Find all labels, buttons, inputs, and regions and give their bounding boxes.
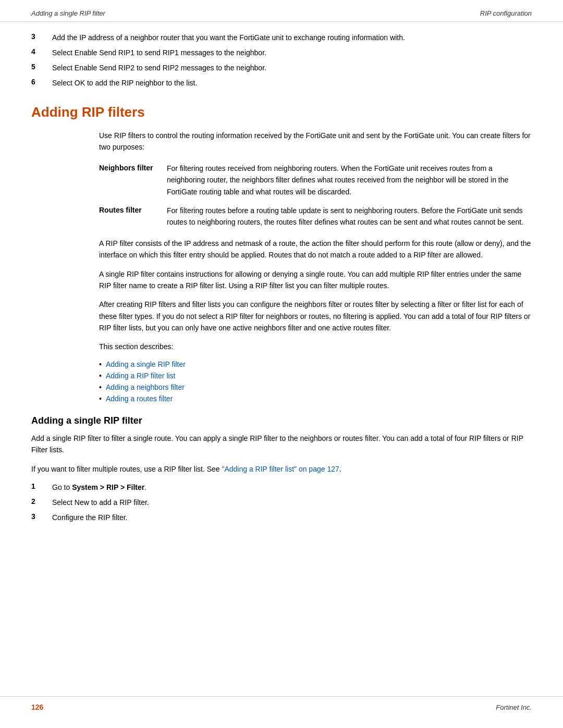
bullet-link[interactable]: Adding a routes filter (106, 394, 173, 403)
subsection-step: 3Configure the RIP filter. (31, 512, 532, 523)
bullet-link[interactable]: Adding a RIP filter list (106, 372, 176, 380)
page-header: Adding a single RIP filter RIP configura… (0, 0, 563, 22)
filter-def: For filtering routes before a routing ta… (167, 205, 532, 228)
step-number: 4 (31, 47, 52, 56)
page: Adding a single RIP filter RIP configura… (0, 0, 563, 728)
filter-term: Routes filter (99, 205, 167, 216)
body-paragraph: A RIP filter consists of the IP address … (99, 238, 532, 261)
top-step-item: 5Select Enable Send RIP2 to send RIP2 me… (31, 63, 532, 73)
subsection-link[interactable]: "Adding a RIP filter list" on page 127 (222, 465, 339, 473)
step-number: 3 (31, 32, 52, 41)
step-num: 1 (31, 482, 52, 490)
step-text: Select OK to add the RIP neighbor to the… (52, 78, 197, 89)
body-paragraph: A single RIP filter contains instruction… (99, 268, 532, 292)
step-number: 5 (31, 63, 52, 71)
bullet-link[interactable]: Adding a single RIP filter (106, 360, 186, 368)
step-number: 6 (31, 78, 52, 86)
subsection-para-2: If you want to filter multiple routes, u… (31, 463, 532, 475)
section-intro: Use RIP filters to control the routing i… (99, 130, 532, 153)
subsection-body: Add a single RIP filter to filter a sing… (31, 433, 532, 523)
filter-def: For filtering routes received from neigh… (167, 163, 532, 198)
body-paragraph: This section describes: (99, 341, 532, 352)
subsection-step: 2Select New to add a RIP filter. (31, 497, 532, 508)
step-text: Go to System > RIP > Filter. (52, 482, 146, 493)
filter-row: Routes filterFor filtering routes before… (99, 205, 532, 228)
top-steps: 3Add the IP address of a neighbor router… (31, 32, 532, 89)
bullet-link-item: Adding a routes filter (99, 394, 532, 403)
filter-row: Neighbors filterFor filtering routes rec… (99, 163, 532, 198)
filter-term: Neighbors filter (99, 163, 167, 174)
step-text: Add the IP address of a neighbor router … (52, 32, 405, 43)
section-heading: Adding RIP filters (31, 104, 532, 120)
subsection-heading: Adding a single RIP filter (31, 415, 532, 426)
footer-page-number: 126 (31, 703, 43, 711)
step-num: 2 (31, 497, 52, 505)
bullet-link[interactable]: Adding a neighbors filter (106, 383, 185, 391)
page-content: 3Add the IP address of a neighbor router… (0, 22, 563, 548)
body-paragraph: After creating RIP filters and filter li… (99, 299, 532, 334)
bullet-link-item: Adding a RIP filter list (99, 372, 532, 380)
top-step-item: 6Select OK to add the RIP neighbor to th… (31, 78, 532, 89)
body-paragraphs: A RIP filter consists of the IP address … (31, 238, 532, 353)
step-num: 3 (31, 512, 52, 521)
page-footer: 126 Fortinet Inc. (0, 696, 563, 718)
header-left: Adding a single RIP filter (31, 9, 105, 17)
step-text: Select Enable Send RIP2 to send RIP2 mes… (52, 63, 266, 73)
filter-table: Neighbors filterFor filtering routes rec… (99, 163, 532, 228)
bullet-links-list: Adding a single RIP filterAdding a RIP f… (99, 360, 532, 403)
header-right: RIP configuration (480, 9, 532, 17)
top-step-item: 3Add the IP address of a neighbor router… (31, 32, 532, 43)
step-text: Select Enable Send RIP1 to send RIP1 mes… (52, 47, 266, 58)
bullet-link-item: Adding a single RIP filter (99, 360, 532, 368)
subsection-step: 1Go to System > RIP > Filter. (31, 482, 532, 493)
step-text: Select New to add a RIP filter. (52, 497, 149, 508)
subsection-para-1: Add a single RIP filter to filter a sing… (31, 433, 532, 456)
footer-company: Fortinet Inc. (496, 704, 532, 711)
bullet-link-item: Adding a neighbors filter (99, 383, 532, 391)
adding-rip-filters-section: Adding RIP filters Use RIP filters to co… (31, 104, 532, 403)
subsection: Adding a single RIP filter Add a single … (31, 415, 532, 523)
step-text: Configure the RIP filter. (52, 512, 127, 523)
top-step-item: 4Select Enable Send RIP1 to send RIP1 me… (31, 47, 532, 58)
